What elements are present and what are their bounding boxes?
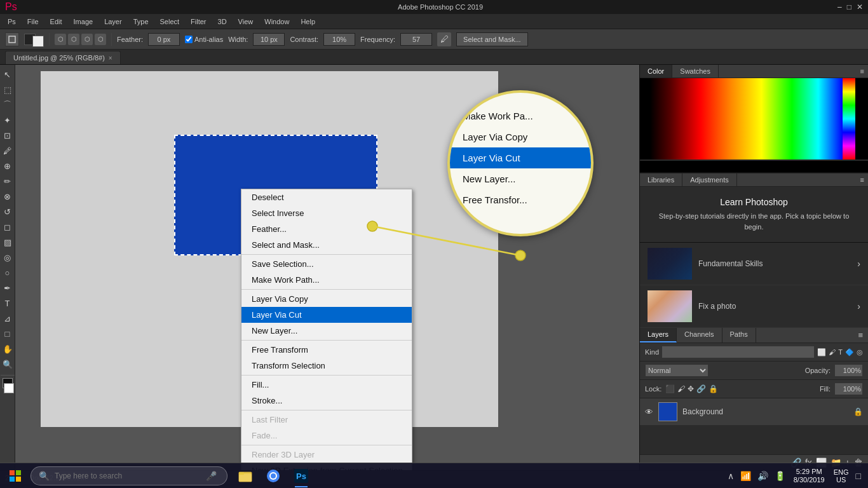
tab-close-button[interactable]: × bbox=[109, 55, 112, 62]
color-panel-menu-icon[interactable]: ≡ bbox=[857, 65, 868, 78]
layer-icon-pixel[interactable]: ⬜ bbox=[817, 348, 826, 356]
menu-view[interactable]: View bbox=[233, 17, 259, 27]
zoom-tool[interactable]: 🔍 bbox=[1, 357, 15, 371]
cm-layer-via-cut[interactable]: Layer Via Cut bbox=[241, 307, 412, 323]
history-brush-tool[interactable]: ↺ bbox=[1, 205, 15, 219]
cm-select-mask[interactable]: Select and Mask... bbox=[241, 237, 412, 253]
opacity-input[interactable] bbox=[834, 364, 863, 377]
menu-window[interactable]: Window bbox=[259, 17, 294, 27]
width-input[interactable] bbox=[253, 33, 285, 46]
cm-make-work-path[interactable]: Make Work Path... bbox=[241, 272, 412, 288]
contrast-input[interactable] bbox=[323, 33, 355, 46]
path-selection-tool[interactable]: ⊿ bbox=[1, 311, 15, 325]
cm-deselect[interactable]: Deselect bbox=[241, 189, 412, 205]
battery-icon[interactable]: 🔋 bbox=[773, 471, 787, 481]
cm-feather[interactable]: Feather... bbox=[241, 221, 412, 237]
close-button[interactable]: ✕ bbox=[857, 3, 863, 11]
menu-layer[interactable]: Layer bbox=[99, 17, 127, 27]
tutorial-fix-photo[interactable]: Fix a photo › bbox=[640, 285, 868, 328]
frequency-input[interactable] bbox=[400, 33, 432, 46]
color-tab[interactable]: Color bbox=[640, 65, 672, 78]
healing-brush-tool[interactable]: ⊕ bbox=[1, 159, 15, 173]
layer-icon-smart[interactable]: ◎ bbox=[857, 348, 863, 356]
swatches-tab[interactable]: Swatches bbox=[672, 65, 719, 78]
lock-transparent-icon[interactable]: ⬛ bbox=[665, 384, 675, 393]
cm-layer-via-copy[interactable]: Layer Via Copy bbox=[241, 291, 412, 307]
hand-tool[interactable]: ✋ bbox=[1, 342, 15, 356]
background-color-swatch[interactable] bbox=[4, 383, 14, 393]
menu-type[interactable]: Type bbox=[128, 17, 154, 27]
menu-help[interactable]: Help bbox=[295, 17, 320, 27]
dodge-tool[interactable]: ○ bbox=[1, 266, 15, 280]
fill-input[interactable] bbox=[834, 383, 863, 395]
maximize-button[interactable]: □ bbox=[847, 3, 851, 11]
brush-tool[interactable]: ✏ bbox=[1, 174, 15, 188]
taskbar-browser[interactable] bbox=[261, 463, 286, 489]
shape-tool[interactable]: □ bbox=[1, 327, 15, 341]
layers-search-input[interactable] bbox=[661, 346, 815, 358]
cm-transform-selection[interactable]: Transform Selection bbox=[241, 358, 412, 374]
layers-tab[interactable]: Layers bbox=[640, 328, 677, 342]
volume-icon[interactable]: 🔊 bbox=[756, 471, 770, 481]
blur-tool[interactable]: ◎ bbox=[1, 250, 15, 264]
move-tool[interactable]: ↖ bbox=[1, 67, 15, 81]
eraser-tool[interactable]: ◻ bbox=[1, 220, 15, 234]
hue-slider[interactable] bbox=[843, 78, 855, 159]
gradient-tool[interactable]: ▨ bbox=[1, 235, 15, 249]
menu-file[interactable]: File bbox=[22, 17, 44, 27]
color-gradient[interactable] bbox=[640, 78, 843, 159]
lock-all-icon[interactable]: 🔒 bbox=[709, 384, 718, 393]
lock-pixels-icon[interactable]: 🖌 bbox=[677, 384, 685, 393]
magic-wand-tool[interactable]: ✦ bbox=[1, 113, 15, 127]
document-tab[interactable]: Untitled.jpg @ 25% (RGB/8#) × bbox=[5, 51, 121, 64]
layer-row[interactable]: 👁 Background 🔒 bbox=[640, 398, 868, 425]
menu-edit[interactable]: Edit bbox=[45, 17, 67, 27]
eyedropper-tool[interactable]: 🖉 bbox=[1, 144, 15, 158]
clone-stamp-tool[interactable]: ⊗ bbox=[1, 189, 15, 203]
search-input[interactable] bbox=[55, 471, 201, 480]
menu-select[interactable]: Select bbox=[155, 17, 185, 27]
antialias-checkbox[interactable] bbox=[185, 36, 193, 43]
crop-tool[interactable]: ⊡ bbox=[1, 128, 15, 142]
layers-gear-icon[interactable]: ≡ bbox=[853, 328, 868, 342]
taskbar-file-explorer[interactable] bbox=[233, 463, 258, 489]
menu-image[interactable]: Image bbox=[69, 17, 98, 27]
blend-mode-select[interactable]: Normal bbox=[645, 364, 709, 377]
feather-input[interactable] bbox=[148, 33, 180, 46]
lock-position-icon[interactable]: ✥ bbox=[688, 384, 694, 393]
layer-icon-shape[interactable]: 🔷 bbox=[845, 348, 854, 356]
clock[interactable]: 5:29 PM 8/30/2019 bbox=[790, 468, 829, 484]
tutorial-fundamental[interactable]: Fundamental Skills › bbox=[640, 243, 868, 285]
cm-stroke[interactable]: Stroke... bbox=[241, 393, 412, 409]
language-region[interactable]: ENG US bbox=[831, 468, 851, 484]
start-button[interactable] bbox=[0, 463, 31, 489]
tray-up-arrow[interactable]: ∧ bbox=[726, 471, 736, 481]
channels-tab[interactable]: Channels bbox=[677, 328, 722, 342]
cm-fill[interactable]: Fill... bbox=[241, 377, 412, 393]
pen-tool[interactable]: ✒ bbox=[1, 281, 15, 295]
selection-tool[interactable]: ⬚ bbox=[1, 83, 15, 97]
network-icon[interactable]: 📶 bbox=[738, 471, 753, 481]
taskbar-photoshop[interactable]: Ps bbox=[288, 463, 314, 489]
cm-save-selection[interactable]: Save Selection... bbox=[241, 256, 412, 272]
menu-3d[interactable]: 3D bbox=[213, 17, 232, 27]
background-color[interactable] bbox=[32, 36, 44, 47]
notification-icon[interactable]: □ bbox=[854, 471, 863, 481]
layer-icon-brush[interactable]: 🖌 bbox=[829, 348, 836, 356]
refine-edge-icon[interactable]: 🖊 bbox=[437, 32, 451, 46]
layer-visibility-icon[interactable]: 👁 bbox=[645, 407, 653, 417]
select-and-mask-button[interactable]: Select and Mask... bbox=[456, 32, 528, 46]
menu-ps[interactable]: Ps bbox=[3, 17, 21, 27]
menu-filter[interactable]: Filter bbox=[186, 17, 211, 27]
opacity-slider[interactable] bbox=[855, 78, 868, 159]
layer-icon-type[interactable]: T bbox=[838, 348, 843, 356]
cm-new-layer[interactable]: New Layer... bbox=[241, 323, 412, 339]
libraries-tab[interactable]: Libraries bbox=[640, 173, 682, 186]
cm-select-inverse[interactable]: Select Inverse bbox=[241, 205, 412, 221]
minimize-button[interactable]: – bbox=[837, 3, 842, 11]
lasso-tool[interactable]: ⌒ bbox=[1, 98, 15, 112]
text-tool[interactable]: T bbox=[1, 296, 15, 310]
lock-artboard-icon[interactable]: 🔗 bbox=[696, 384, 706, 393]
cm-free-transform[interactable]: Free Transform bbox=[241, 342, 412, 358]
microphone-icon[interactable]: 🎤 bbox=[206, 471, 217, 481]
